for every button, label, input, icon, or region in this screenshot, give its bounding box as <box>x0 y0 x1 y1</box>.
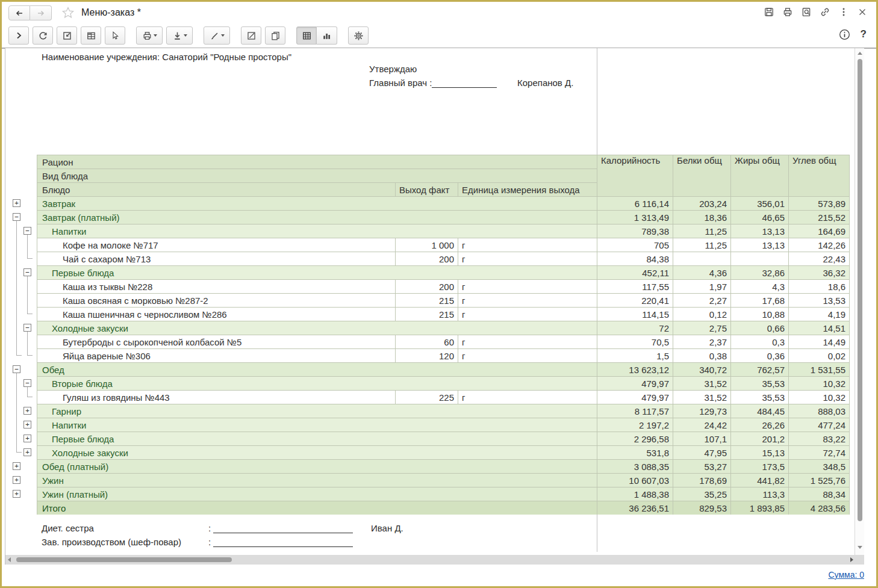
expand-panel-button[interactable] <box>8 26 29 45</box>
tree-line <box>16 348 17 356</box>
expand-button[interactable]: + <box>23 448 31 456</box>
table-row[interactable]: Напитки789,3811,2513,13164,69 <box>37 224 850 238</box>
dish-name: Каша из тыквы №228 <box>37 280 396 294</box>
output-unit: г <box>458 391 597 404</box>
total-row[interactable]: Итого36 236,51829,531 893,854 283,56 <box>37 501 850 515</box>
scroll-down-arrow[interactable] <box>858 546 862 549</box>
tree-line <box>28 397 33 397</box>
refresh-button[interactable] <box>33 26 53 45</box>
tree-line <box>16 307 17 321</box>
collapse-button[interactable]: − <box>23 227 31 235</box>
more-menu-icon[interactable] <box>838 7 849 17</box>
table-row[interactable]: Кофе на молоке №7171 000г70511,2513,1314… <box>37 238 850 252</box>
group-label: Гарнир <box>37 404 597 418</box>
scroll-right-arrow[interactable] <box>850 557 853 562</box>
value-proteins: 203,24 <box>673 197 731 211</box>
help-icon[interactable]: ? <box>861 28 867 40</box>
brush-dropdown-button[interactable] <box>204 26 230 45</box>
expand-button[interactable]: + <box>23 421 31 429</box>
table-row[interactable]: Бутерброды с сырокопченой колбасой №560г… <box>37 335 850 349</box>
pointer-button[interactable] <box>105 26 125 45</box>
table-row[interactable]: Напитки2 197,224,4226,26477,24 <box>37 418 850 432</box>
table-row[interactable]: Чай с сахаром №713200г84,3822,43 <box>37 252 850 266</box>
value-carbs: 164,69 <box>789 224 850 238</box>
print-icon[interactable] <box>782 7 793 17</box>
collapse-button[interactable]: − <box>13 213 20 221</box>
info-icon[interactable] <box>839 29 850 40</box>
table-row[interactable]: Каша из тыквы №228200г117,551,974,318,6 <box>37 280 850 294</box>
value-fats: 173,5 <box>731 460 789 474</box>
group-label: Ужин (платный) <box>37 487 597 501</box>
tree-line <box>16 293 17 307</box>
expand-button[interactable]: + <box>13 490 20 498</box>
vertical-scrollbar[interactable] <box>855 48 864 555</box>
settings-gear-button[interactable] <box>348 26 369 45</box>
value-proteins: 829,53 <box>673 501 731 515</box>
table-row[interactable]: Холодные закуски531,847,9515,1372,74 <box>37 446 850 460</box>
value-fats: 46,65 <box>731 211 789 224</box>
scroll-up-arrow[interactable] <box>858 52 862 55</box>
close-icon[interactable] <box>857 7 868 17</box>
group-label: Холодные закуски <box>37 446 597 460</box>
table-row[interactable]: Яйца вареные №306120г1,50,380,360,02 <box>37 349 850 363</box>
group-label: Первые блюда <box>37 432 597 446</box>
table-row[interactable]: Гуляш из говядины №443225г479,9731,5235,… <box>37 391 850 404</box>
expand-button[interactable]: + <box>13 199 20 207</box>
download-dropdown-button[interactable] <box>166 26 193 45</box>
save-icon[interactable] <box>764 7 774 17</box>
table-row[interactable]: Первые блюда452,114,3632,8636,32 <box>37 266 850 280</box>
collapse-button[interactable]: − <box>23 268 31 276</box>
table-row[interactable]: Холодные закуски722,750,6614,51 <box>37 321 850 335</box>
chief-doctor-name: Корепанов Д. <box>517 78 573 88</box>
output-unit: г <box>458 294 597 308</box>
expand-button[interactable]: + <box>13 462 20 470</box>
value-proteins: 2,75 <box>673 321 731 335</box>
forward-button[interactable] <box>30 5 52 20</box>
value-calories: 8 117,57 <box>597 404 673 418</box>
horizontal-scroll-thumb[interactable] <box>16 557 232 562</box>
table-row[interactable]: Гарнир8 117,57129,73484,45888,03 <box>37 404 850 418</box>
title-bar: Меню-заказ * <box>2 2 876 23</box>
value-proteins: 31,52 <box>673 391 731 404</box>
table-row[interactable]: Вторые блюда479,9731,5235,5310,32 <box>37 377 850 391</box>
favorite-star-icon[interactable] <box>61 6 75 19</box>
table-row[interactable]: Каша пшеничная с черносливом №286215г114… <box>37 308 850 321</box>
scroll-left-arrow[interactable] <box>8 557 11 562</box>
table-row[interactable]: Ужин10 607,03178,69441,821 525,76 <box>37 474 850 487</box>
table-row[interactable]: Обед13 623,12340,72762,571 531,55 <box>37 363 850 377</box>
chief-doctor-line: Главный врач : <box>369 78 497 88</box>
value-calories: 1 488,38 <box>597 487 673 501</box>
tree-line <box>27 279 28 293</box>
fit-to-window-button[interactable] <box>57 26 77 45</box>
expand-button[interactable]: + <box>13 476 20 484</box>
value-carbs: 215,52 <box>789 211 850 224</box>
edit-button[interactable] <box>241 26 261 45</box>
table-row[interactable]: Обед (платный)3 088,3553,27173,5348,5 <box>37 460 850 474</box>
chart-view-button[interactable] <box>317 26 337 45</box>
total-label: Итого <box>37 501 597 515</box>
col-header-proteins: Белки общ <box>673 155 731 197</box>
value-carbs: 13,53 <box>789 294 850 308</box>
copy-button[interactable] <box>265 26 285 45</box>
collapse-button[interactable]: − <box>13 365 20 373</box>
table-row[interactable]: Завтрак (платный)1 313,4918,3646,65215,5… <box>37 211 850 224</box>
value-carbs: 14,49 <box>789 335 850 349</box>
collapse-button[interactable]: − <box>23 379 31 387</box>
table-header-button[interactable] <box>81 26 101 45</box>
link-icon[interactable] <box>820 7 830 17</box>
expand-button[interactable]: + <box>23 407 31 415</box>
horizontal-scrollbar[interactable] <box>5 555 864 565</box>
print-dropdown-button[interactable] <box>136 26 163 45</box>
collapse-button[interactable]: − <box>23 324 31 332</box>
table-row[interactable]: Завтрак6 116,14203,24356,01573,89 <box>37 197 850 211</box>
vertical-scroll-thumb[interactable] <box>858 59 862 521</box>
expand-button[interactable]: + <box>23 435 31 442</box>
preview-icon[interactable] <box>801 7 812 17</box>
table-row[interactable]: Первые блюда2 296,58107,1201,283,22 <box>37 432 850 446</box>
back-button[interactable] <box>8 5 30 20</box>
table-view-button[interactable] <box>296 26 317 45</box>
sum-link[interactable]: Сумма: 0 <box>828 570 864 580</box>
table-row[interactable]: Ужин (платный)1 488,3835,25113,388,34 <box>37 487 850 501</box>
table-row[interactable]: Каша овсяная с морковью №287-2215г220,41… <box>37 294 850 308</box>
chief-doctor-label: Главный врач : <box>369 78 432 88</box>
